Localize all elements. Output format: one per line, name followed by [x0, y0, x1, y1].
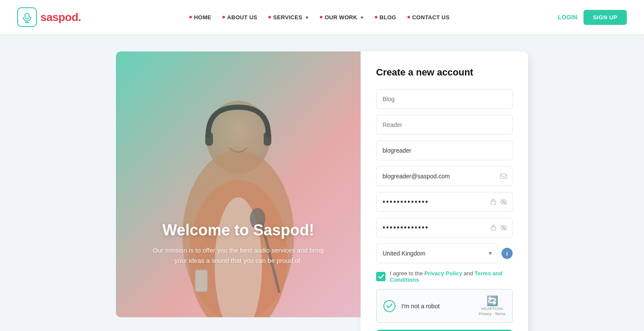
signup-button[interactable]: SIGN UP — [583, 10, 627, 25]
logo-text: saspod. — [40, 11, 81, 24]
hero-title: Welcome to Saspod! — [133, 221, 343, 239]
svg-rect-17 — [491, 227, 496, 230]
nav-about[interactable]: ABOUT US — [218, 12, 261, 23]
header-actions: LOGIN SIGN UP — [558, 10, 627, 25]
nav-dot — [222, 16, 225, 18]
password-lock-icon — [489, 198, 497, 206]
logo-icon — [17, 7, 37, 27]
recaptcha-logo-icon: 🔄 — [479, 295, 505, 307]
recaptcha-check — [383, 300, 395, 312]
svg-rect-14 — [491, 201, 496, 205]
logo[interactable]: saspod. — [17, 7, 81, 27]
country-select[interactable]: United Kingdom United States Canada Aust… — [376, 244, 498, 263]
nav-dot — [375, 16, 377, 18]
svg-rect-12 — [116, 51, 361, 317]
recaptcha-left: I'm not a robot — [383, 300, 440, 312]
blog-name-field — [376, 89, 513, 109]
nav-ourwork[interactable]: OUR WORK + — [316, 12, 368, 23]
confirm-password-icons — [489, 224, 507, 232]
country-field: United Kingdom United States Canada Aust… — [376, 244, 513, 263]
recaptcha-label: I'm not a robot — [401, 303, 440, 310]
svg-rect-13 — [501, 174, 507, 179]
hero-panel: Welcome to Saspod! Our mission is to off… — [116, 51, 361, 317]
hero-subtitle: Our mission is to offer you the best aud… — [133, 245, 343, 266]
agree-text: I agree to the Privacy Policy and Terms … — [390, 270, 513, 283]
hero-background — [116, 51, 361, 317]
email-field — [376, 166, 513, 186]
recaptcha-branding: 🔄 reCAPTCHA Privacy - Terms — [479, 295, 505, 316]
main-content: Welcome to Saspod! Our mission is to off… — [0, 34, 644, 331]
confirm-lock-icon — [489, 224, 497, 232]
password-icons — [489, 198, 507, 206]
nav-dot — [407, 16, 410, 18]
password-field — [376, 192, 513, 212]
nav-dot — [320, 16, 322, 18]
svg-rect-0 — [25, 13, 29, 19]
nav-dot — [268, 16, 271, 18]
login-button[interactable]: LOGIN — [558, 14, 577, 21]
username-field — [376, 141, 513, 160]
email-icon — [500, 172, 507, 180]
username-input[interactable] — [376, 141, 513, 160]
country-info-icon[interactable]: i — [501, 248, 513, 259]
nav-dot — [189, 16, 192, 18]
nav-services[interactable]: SERVICES + — [264, 12, 313, 23]
password-visibility-icon[interactable] — [500, 198, 507, 206]
hero-illustration — [116, 51, 361, 317]
nav-home[interactable]: HOME — [185, 12, 216, 23]
recaptcha-brand-text: reCAPTCHA — [479, 307, 505, 312]
email-icon-group — [500, 172, 507, 180]
agree-checkbox[interactable] — [376, 272, 386, 281]
privacy-policy-link[interactable]: Privacy Policy — [424, 270, 462, 277]
confirm-visibility-icon[interactable] — [500, 224, 507, 232]
country-select-wrapper: United Kingdom United States Canada Aust… — [376, 244, 513, 263]
blog-name-input[interactable] — [376, 89, 513, 109]
form-title: Create a new account — [376, 67, 513, 78]
email-input[interactable] — [376, 166, 513, 186]
nav-contact[interactable]: CONTACT US — [403, 12, 454, 23]
recaptcha-privacy-text: Privacy - Terms — [479, 312, 505, 317]
recaptcha-box[interactable]: I'm not a robot 🔄 reCAPTCHA Privacy - Te… — [376, 289, 513, 323]
signup-form-panel: Create a new account — [361, 51, 528, 331]
hero-text: Welcome to Saspod! Our mission is to off… — [116, 221, 361, 266]
confirm-password-field — [376, 218, 513, 238]
reader-field — [376, 115, 513, 135]
nav-blog[interactable]: BLOG — [371, 12, 401, 23]
header: saspod. HOME ABOUT US SERVICES + OUR WOR… — [0, 0, 644, 34]
agree-row: I agree to the Privacy Policy and Terms … — [376, 270, 513, 283]
main-nav: HOME ABOUT US SERVICES + OUR WORK + BLOG… — [185, 12, 454, 23]
reader-input[interactable] — [376, 115, 513, 135]
